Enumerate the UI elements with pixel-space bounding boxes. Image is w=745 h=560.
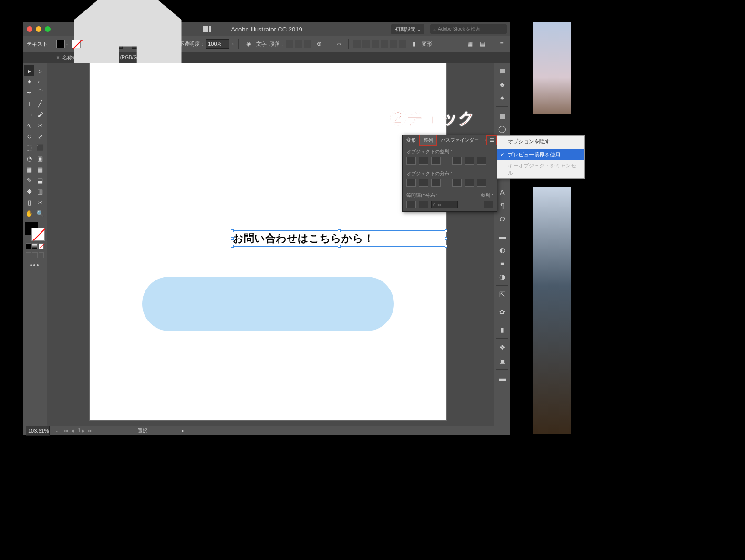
type-tool[interactable]: T — [24, 98, 34, 109]
dist-vspace-icon[interactable] — [406, 201, 416, 208]
character-label[interactable]: 文字 — [256, 41, 267, 48]
stroke-swatch[interactable] — [72, 40, 81, 48]
align-hcenter-icon[interactable] — [419, 157, 428, 165]
opacity-input[interactable]: 100% — [206, 39, 229, 49]
scale-tool[interactable]: ⤢ — [35, 131, 45, 142]
dist-bottom-icon[interactable] — [431, 179, 441, 187]
align-left-icon[interactable] — [286, 40, 293, 48]
gradient-tool[interactable]: ▤ — [35, 164, 45, 175]
cc-libs-icon[interactable]: ◯ — [497, 124, 507, 134]
blend-tool[interactable]: ⬓ — [35, 175, 45, 186]
direct-selection-tool[interactable]: ▹ — [35, 65, 45, 76]
workspace-dropdown[interactable]: 初期設定 ⌄ — [391, 24, 424, 34]
next-page-icon[interactable]: ▶ — [82, 428, 87, 433]
artboards-panel-icon[interactable]: ▬ — [497, 373, 507, 383]
fill-stroke-control[interactable] — [24, 222, 46, 241]
align-top-edges-icon[interactable] — [381, 40, 388, 48]
mesh-tool[interactable]: ▦ — [24, 164, 34, 175]
dist-hspace-icon[interactable] — [419, 201, 428, 208]
color-panel-icon[interactable]: ♠ — [497, 93, 507, 103]
draw-inside-icon[interactable] — [39, 252, 44, 258]
eyedropper-tool[interactable]: ✎ — [24, 175, 34, 186]
align-to-icon[interactable]: ▮ — [409, 39, 419, 49]
none-mode-icon[interactable] — [39, 243, 44, 249]
status-disclosure-icon[interactable]: ▸ — [182, 428, 184, 433]
pen-tool[interactable]: ✒ — [24, 87, 34, 98]
rectangle-tool[interactable]: ▭ — [24, 109, 34, 120]
align-tab[interactable]: 整列 — [420, 135, 437, 145]
shaper-tool[interactable]: ∿ — [24, 120, 34, 131]
zoom-tool[interactable]: 🔍 — [35, 208, 45, 218]
eraser-tool[interactable]: ✂ — [35, 120, 45, 131]
export-panel-icon[interactable]: ⇱ — [497, 290, 507, 299]
page-number[interactable]: 1 — [78, 428, 81, 433]
distribute-spacing-input[interactable]: 0 px — [431, 201, 458, 208]
dist-right-icon[interactable] — [477, 179, 486, 187]
shape-builder-tool[interactable]: ◔ — [24, 153, 34, 164]
opacity-arrow-icon[interactable]: › — [232, 42, 234, 46]
align-bottom-icon[interactable] — [477, 157, 486, 165]
transparency-panel-icon[interactable]: ◐ — [497, 245, 507, 255]
gradient-panel-icon[interactable]: ▬ — [497, 232, 507, 241]
maximize-window[interactable] — [45, 26, 51, 32]
close-window[interactable] — [27, 26, 32, 32]
opentype-panel-icon[interactable]: O — [497, 214, 507, 224]
panel-flyout-menu-button[interactable]: ≡ — [487, 136, 496, 145]
stroke-panel-icon[interactable]: ≡ — [497, 259, 507, 268]
dist-vcenter-icon[interactable] — [419, 179, 428, 187]
symbols-panel-icon[interactable]: ✿ — [497, 307, 507, 317]
align-vcenter-icon[interactable] — [465, 157, 474, 165]
transform-label[interactable]: 変形 — [422, 41, 432, 48]
align-left-edges-icon[interactable] — [353, 40, 361, 48]
align-right-edges-icon[interactable] — [372, 40, 379, 48]
rounded-rectangle-object[interactable] — [142, 277, 394, 331]
stock-search-input[interactable]: ⌕Adobe Stock を検索 — [430, 24, 507, 34]
first-page-icon[interactable]: ⏮ — [64, 428, 70, 433]
zoom-level-input[interactable]: 103.61% — [26, 426, 50, 436]
perspective-tool[interactable]: ▣ — [35, 153, 45, 164]
asset-export-icon[interactable]: ▣ — [497, 356, 507, 365]
layers-panel-icon[interactable]: ❖ — [497, 342, 507, 352]
panel-menu-icon[interactable]: ≡ — [497, 39, 507, 49]
recolor-artwork-icon[interactable]: ◉ — [244, 39, 253, 49]
line-tool[interactable]: ╱ — [35, 98, 45, 109]
prev-page-icon[interactable]: ◀ — [71, 428, 77, 433]
align-top-icon[interactable] — [452, 157, 462, 165]
align-bottom-edges-icon[interactable] — [399, 40, 406, 48]
draw-normal-icon[interactable] — [26, 252, 31, 258]
dist-left-icon[interactable] — [452, 179, 462, 187]
align-hcenter-icon[interactable] — [362, 40, 370, 48]
text-options-icon[interactable]: ⊕ — [314, 39, 324, 49]
gradient-mode-icon[interactable] — [32, 243, 37, 249]
libraries-panel-icon[interactable]: ♣ — [497, 80, 507, 89]
chevron-down-icon[interactable]: ⌄ — [55, 428, 59, 433]
draw-behind-icon[interactable] — [32, 252, 37, 258]
edit-toolbar-icon[interactable]: ••• — [24, 261, 46, 269]
align-right-icon[interactable] — [431, 157, 441, 165]
stroke-color[interactable] — [31, 228, 45, 241]
magic-wand-tool[interactable]: ✦ — [24, 76, 34, 87]
pathfinder-tab[interactable]: パスファインダー — [437, 135, 483, 145]
curvature-tool[interactable]: ⌒ — [35, 87, 45, 98]
lasso-tool[interactable]: ⊂ — [35, 76, 45, 87]
properties-panel-icon[interactable]: ▦ — [497, 66, 507, 76]
artboard-tool[interactable]: ▯ — [24, 197, 34, 207]
arrange-docs-icon[interactable] — [203, 26, 212, 32]
align-center-icon[interactable] — [295, 40, 302, 48]
width-tool[interactable]: ⬚ — [24, 142, 34, 153]
hand-tool[interactable]: ✋ — [24, 208, 34, 218]
paintbrush-tool[interactable]: 🖌 — [35, 109, 45, 120]
use-preview-bounds-item[interactable]: ✓ プレビュー境界を使用 — [497, 149, 584, 160]
last-page-icon[interactable]: ⏭ — [88, 428, 94, 433]
symbol-sprayer-tool[interactable]: ❋ — [24, 186, 34, 197]
dist-hcenter-icon[interactable] — [465, 179, 474, 187]
character-panel-icon[interactable]: A — [497, 187, 507, 197]
align-to-selection-icon[interactable] — [484, 201, 493, 208]
dist-top-icon[interactable] — [406, 179, 416, 187]
isolate-icon[interactable]: ▦ — [465, 39, 475, 49]
graph-tool[interactable]: ▥ — [35, 186, 45, 197]
swatches-panel-icon[interactable]: ▤ — [497, 111, 507, 120]
transform-tab[interactable]: 変形 — [403, 135, 420, 145]
prefs-icon[interactable]: ▤ — [477, 39, 487, 49]
selection-tool[interactable]: ▸ — [24, 65, 34, 76]
